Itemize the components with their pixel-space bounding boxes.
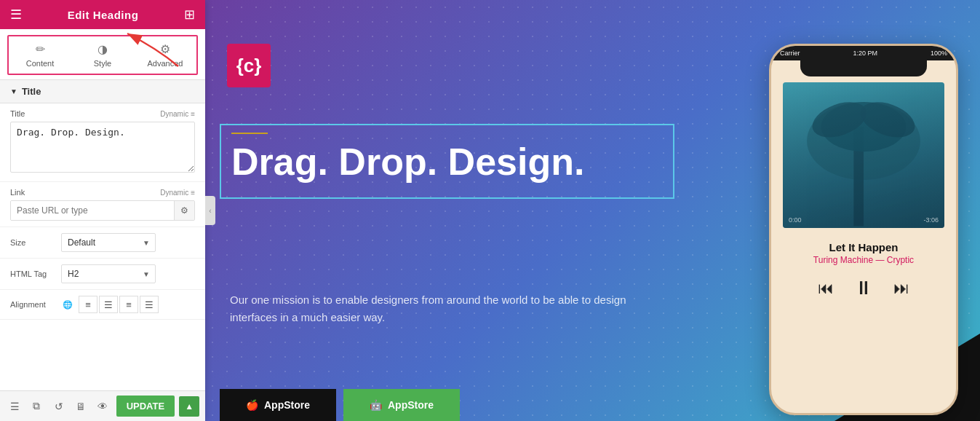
appstore-green-button[interactable]: 🤖 AppStore <box>343 389 460 421</box>
tab-advanced[interactable]: ⚙ Advanced <box>134 36 196 74</box>
title-field-label: Title <box>10 109 25 118</box>
logo-block: {c} <box>227 44 271 87</box>
link-dynamic-icon: ≡ <box>191 189 195 197</box>
align-center-button[interactable]: ☰ <box>99 296 118 313</box>
album-art-svg <box>783 82 944 228</box>
gear-icon: ⚙ <box>160 42 170 56</box>
link-settings-icon[interactable]: ⚙ <box>174 201 194 220</box>
phone-battery: 100% <box>931 50 947 57</box>
link-input[interactable] <box>11 201 174 220</box>
tab-content-label: Content <box>26 59 55 68</box>
footer-hamburger-icon[interactable]: ☰ <box>6 396 23 417</box>
phone-time: 1:20 PM <box>853 50 877 57</box>
alignment-label: Alignment <box>10 300 61 309</box>
html-tag-select[interactable]: H1 H2 H3 H4 H5 H6 div span p <box>61 264 156 283</box>
section-title-label: Title <box>22 86 41 97</box>
phone-pause-button[interactable]: ⏸ <box>854 277 873 299</box>
main-heading: Drag. Drop. Design. <box>231 141 663 183</box>
pencil-icon: ✏ <box>36 42 45 56</box>
link-dynamic-label: Dynamic <box>160 189 188 197</box>
align-right-button[interactable]: ≡ <box>119 296 138 313</box>
album-time-right: -3:06 <box>923 216 939 224</box>
phone-controls: ⏮ ⏸ ⏭ <box>771 277 956 299</box>
html-tag-select-wrapper: H1 H2 H3 H4 H5 H6 div span p ▼ <box>61 264 156 283</box>
link-field-label: Link <box>10 188 25 197</box>
html-tag-label: HTML Tag <box>10 269 61 278</box>
phone-carrier: Carrier <box>780 50 800 57</box>
alignment-global-icon: 🌐 <box>63 300 73 310</box>
alignment-field-row: Alignment 🌐 ≡ ☰ ≡ ☰ <box>0 290 205 320</box>
alignment-buttons: ≡ ☰ ≡ ☰ <box>79 296 159 313</box>
html-tag-field-row: HTML Tag H1 H2 H3 H4 H5 H6 div span p ▼ <box>0 259 205 290</box>
panel-title: Edit Heading <box>68 9 139 21</box>
android-icon: 🤖 <box>370 399 382 411</box>
subtext: Our one mission is to enable designers f… <box>230 291 667 326</box>
tab-style[interactable]: ◑ Style <box>71 36 134 74</box>
half-circle-icon: ◑ <box>97 42 108 56</box>
size-field-row: Size Default Small Medium Large XL XXL ▼ <box>0 227 205 259</box>
phone-prev-button[interactable]: ⏮ <box>818 279 834 298</box>
title-field-row: Title Dynamic ≡ Drag. Drop. Design. <box>0 103 205 182</box>
phone-song-title: Let It Happen <box>771 241 956 253</box>
logo-icon: {c} <box>236 55 262 77</box>
app-buttons: 🍎 AppStore 🤖 AppStore <box>220 389 460 421</box>
size-label: Size <box>10 238 61 247</box>
footer-layers-icon[interactable]: ⧉ <box>28 396 45 417</box>
phone-status-bar: Carrier 1:20 PM 100% <box>771 46 956 60</box>
appstore-black-label: AppStore <box>264 399 310 411</box>
panel-footer: ☰ ⧉ ↺ 🖥 👁 UPDATE ▲ <box>0 390 205 421</box>
heading-decorative-line <box>231 133 268 134</box>
phone-notch <box>800 60 927 76</box>
grid-icon[interactable]: ⊞ <box>184 7 195 23</box>
tab-advanced-label: Advanced <box>148 59 183 68</box>
phone-song-artist: Turing Machine — Cryptic <box>771 255 956 265</box>
tab-content[interactable]: ✏ Content <box>9 36 71 74</box>
left-panel: ☰ Edit Heading ⊞ ✏ Content ◑ Style ⚙ Adv… <box>0 0 205 421</box>
phone-next-button[interactable]: ⏭ <box>893 279 909 298</box>
panel-header: ☰ Edit Heading ⊞ <box>0 0 205 29</box>
heading-area: Drag. Drop. Design. <box>220 124 674 199</box>
panel-tabs: ✏ Content ◑ Style ⚙ Advanced <box>7 35 198 75</box>
tab-style-label: Style <box>94 59 111 68</box>
title-section-header: ▼ Title <box>0 79 205 103</box>
phone-album-art: 0:00 -3:06 <box>783 82 944 228</box>
appstore-black-button[interactable]: 🍎 AppStore <box>220 389 336 421</box>
link-field-row: Link Dynamic ≡ ⚙ <box>0 182 205 227</box>
size-select-wrapper: Default Small Medium Large XL XXL ▼ <box>61 233 156 252</box>
apple-icon: 🍎 <box>246 399 258 411</box>
link-field-label-row: Link Dynamic ≡ <box>10 188 195 197</box>
panel-body: ▼ Title Title Dynamic ≡ Drag. Drop. Desi… <box>0 79 205 390</box>
collapse-handle[interactable]: ‹ <box>205 196 215 225</box>
link-input-wrapper: ⚙ <box>10 200 195 221</box>
appstore-green-label: AppStore <box>388 399 434 411</box>
main-content: {c} Drag. Drop. Design. Our one mission … <box>205 0 980 421</box>
update-button[interactable]: UPDATE <box>116 396 175 417</box>
dynamic-icon: ≡ <box>191 110 195 118</box>
hamburger-menu-icon[interactable]: ☰ <box>10 7 22 23</box>
title-field-label-row: Title Dynamic ≡ <box>10 109 195 118</box>
title-dynamic-tag[interactable]: Dynamic ≡ <box>160 110 195 118</box>
collapse-arrow-icon: ▼ <box>10 87 17 95</box>
align-justify-button[interactable]: ☰ <box>140 296 159 313</box>
update-arrow-button[interactable]: ▲ <box>179 396 199 417</box>
album-time-left: 0:00 <box>789 216 802 224</box>
footer-eye-icon[interactable]: 👁 <box>94 396 111 417</box>
title-textarea[interactable]: Drag. Drop. Design. <box>10 122 195 173</box>
size-select[interactable]: Default Small Medium Large XL XXL <box>61 233 156 252</box>
footer-monitor-icon[interactable]: 🖥 <box>72 396 89 417</box>
align-left-button[interactable]: ≡ <box>79 296 97 313</box>
link-dynamic-tag[interactable]: Dynamic ≡ <box>160 189 195 197</box>
phone-mockup: Carrier 1:20 PM 100% 0:00 -3:06 Let It H… <box>769 44 958 415</box>
footer-undo-icon[interactable]: ↺ <box>50 396 68 417</box>
dynamic-label: Dynamic <box>160 110 188 118</box>
